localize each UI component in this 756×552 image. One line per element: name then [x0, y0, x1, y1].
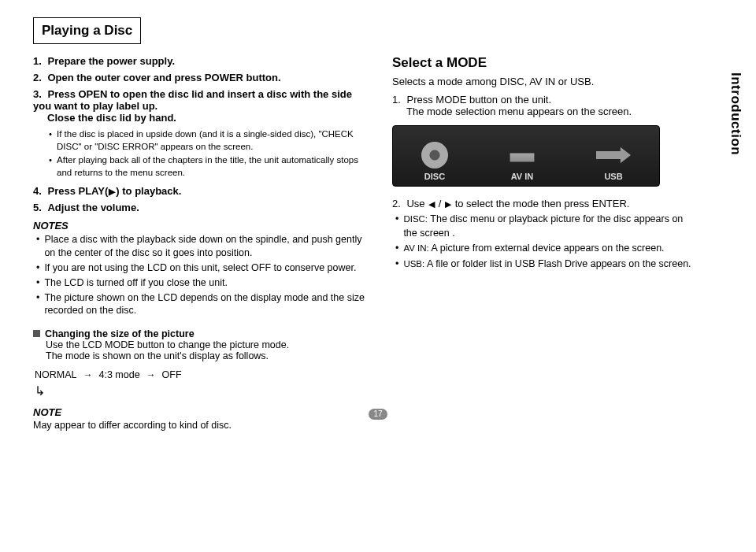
- notes-heading: NOTES: [33, 220, 372, 232]
- step-text: The mode selection menu appears on the s…: [406, 106, 691, 117]
- step-text-close: Close the disc lid by hand.: [47, 112, 372, 124]
- mode-tag: AV IN:: [403, 243, 428, 253]
- right-step-1: 1. Press MODE button on the unit. The mo…: [392, 94, 691, 117]
- page-number: 17: [369, 409, 387, 420]
- notes-list: Place a disc with the playback side down…: [36, 233, 372, 317]
- list-item: USB: A file or folder list in USB Flash …: [395, 257, 691, 272]
- step-num: 1.: [33, 55, 42, 67]
- list-item: If the disc is placed in upside down (an…: [49, 128, 372, 153]
- mode-tag: DISC:: [403, 214, 428, 224]
- list-item: The picture shown on the LCD depends on …: [36, 291, 372, 318]
- right-subtext: Selects a mode among DISC, AV IN or USB.: [392, 76, 691, 87]
- step-num: 2.: [33, 72, 42, 83]
- flow-item: 4:3 mode: [98, 369, 139, 380]
- mode-selection-screenshot: DISC AV IN USB: [392, 125, 660, 187]
- mode-flow: NORMAL → 4:3 mode → OFF: [35, 369, 372, 380]
- step-3-bullets: If the disc is placed in upside down (an…: [49, 128, 372, 179]
- step-2: 2. Open the outer cover and press POWER …: [33, 72, 372, 83]
- mode-option-usb: USB: [596, 142, 631, 181]
- right-column: Select a MODE Selects a mode among DISC,…: [392, 55, 691, 431]
- mode-description-list: DISC: The disc menu or playback picture …: [395, 213, 691, 271]
- note-heading: NOTE: [33, 406, 372, 418]
- left-arrow-icon: ◀: [428, 199, 435, 209]
- changing-size-block: Changing the size of the picture Use the…: [33, 328, 372, 361]
- av-in-icon: [505, 146, 539, 169]
- note-text: May appear to differ according to kind o…: [33, 420, 372, 431]
- step-text: Open the outer cover and press POWER but…: [47, 72, 280, 83]
- mode-option-disc: DISC: [421, 142, 448, 181]
- page-title: Playing a Disc: [33, 17, 141, 44]
- step-text: Press MODE button on the unit.: [406, 94, 551, 106]
- step-num: 3.: [33, 88, 42, 100]
- step-5: 5. Adjust the volume.: [33, 202, 372, 213]
- mode-option-avin: AV IN: [505, 146, 539, 181]
- list-item: After playing back all of the chapters i…: [49, 154, 372, 179]
- list-item: AV IN: A picture from external device ap…: [395, 242, 691, 256]
- step-text: Press PLAY(▶) to playback.: [47, 185, 181, 197]
- right-arrow-icon: ▶: [445, 199, 451, 209]
- mode-tag: USB:: [403, 259, 424, 269]
- list-item: Place a disc with the playback side down…: [36, 233, 372, 260]
- subsection-title: Changing the size of the picture: [33, 328, 372, 339]
- step-3: 3. Press OPEN to open the disc lid and i…: [33, 88, 372, 124]
- step-num: 5.: [33, 202, 42, 213]
- arrow-right-icon: →: [83, 369, 92, 380]
- right-heading: Select a MODE: [392, 55, 691, 71]
- step-num: 2.: [392, 198, 401, 209]
- section-tab-introduction: Introduction: [728, 72, 743, 155]
- flow-item: OFF: [162, 369, 182, 380]
- list-item: DISC: The disc menu or playback picture …: [395, 213, 691, 240]
- disc-icon: [421, 142, 448, 169]
- left-column: 1. Prepare the power supply. 2. Open the…: [33, 55, 372, 431]
- arrow-right-icon: →: [146, 369, 156, 380]
- list-item: If you are not using the LCD on this uni…: [36, 261, 372, 275]
- usb-icon: [596, 142, 631, 169]
- play-icon: ▶: [109, 187, 115, 197]
- step-4: 4. Press PLAY(▶) to playback.: [33, 185, 372, 197]
- step-num: 1.: [392, 94, 401, 106]
- flow-item: NORMAL: [35, 369, 76, 380]
- subsection-line: The mode is shown on the unit's display …: [46, 350, 372, 361]
- list-item: The LCD is turned off if you close the u…: [36, 276, 372, 290]
- step-text: Press OPEN to open the disc lid and inse…: [33, 88, 352, 112]
- right-step-2: 2. Use ◀ / ▶ to select the mode then pre…: [392, 198, 691, 209]
- step-text: Adjust the volume.: [47, 202, 139, 213]
- step-num: 4.: [33, 185, 42, 197]
- subsection-line: Use the LCD MODE button to change the pi…: [46, 339, 372, 350]
- step-1: 1. Prepare the power supply.: [33, 55, 372, 67]
- step-text: Prepare the power supply.: [47, 55, 175, 67]
- return-arrow-icon: ↳: [35, 383, 372, 398]
- step-text: Use ◀ / ▶ to select the mode then press …: [406, 198, 629, 209]
